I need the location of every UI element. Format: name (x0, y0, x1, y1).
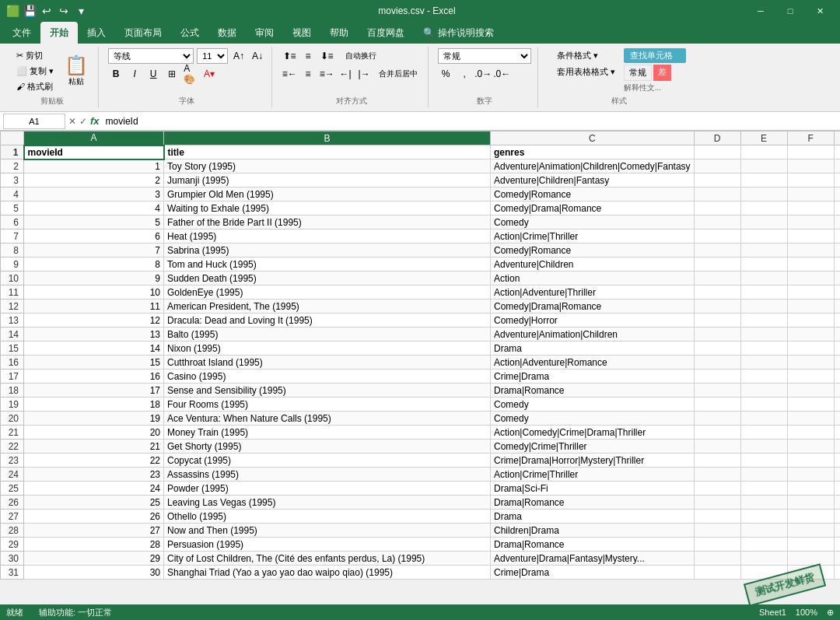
cut-button[interactable]: ✂ 剪切 (12, 48, 58, 63)
fill-color-button[interactable]: A🎨 (183, 66, 198, 82)
cell-e[interactable] (740, 510, 787, 524)
cell-d[interactable] (694, 328, 740, 342)
cell-g[interactable] (834, 215, 840, 229)
cell-f[interactable] (787, 566, 834, 580)
cell-e[interactable] (740, 187, 787, 201)
cell-g[interactable] (834, 538, 840, 552)
cell-d[interactable] (694, 229, 740, 243)
cell-id[interactable]: 30 (24, 566, 164, 580)
cell-e[interactable] (740, 229, 787, 243)
formula-confirm-icon[interactable]: ✓ (79, 116, 87, 127)
cell-genres[interactable]: Drama (491, 580, 695, 580)
cell-g[interactable] (834, 412, 840, 426)
decrease-font-button[interactable]: A↓ (250, 48, 265, 64)
cell-d1[interactable] (694, 145, 740, 159)
cell-g[interactable] (834, 510, 840, 524)
tab-insert[interactable]: 插入 (78, 22, 115, 44)
cell-g[interactable] (834, 370, 840, 384)
tab-file[interactable]: 文件 (3, 22, 40, 44)
cell-d[interactable] (694, 510, 740, 524)
column-header-b[interactable]: B (164, 131, 491, 145)
cell-e[interactable] (740, 412, 787, 426)
number-format-select[interactable]: 常规 (438, 48, 531, 64)
cell-e[interactable] (740, 299, 787, 314)
cell-d[interactable] (694, 201, 740, 215)
cell-id[interactable]: 22 (24, 454, 164, 468)
font-size-select[interactable]: 11 (197, 48, 228, 64)
cell-title[interactable]: American President, The (1995) (164, 299, 491, 314)
bold-button[interactable]: B (108, 66, 124, 82)
cell-d[interactable] (694, 412, 740, 426)
cell-style-highlight[interactable]: 查找单元格 (624, 48, 686, 63)
cell-f[interactable] (787, 187, 834, 201)
cell-genres[interactable]: Adventure|Animation|Children (491, 328, 695, 342)
cell-e[interactable] (740, 538, 787, 552)
cell-id[interactable]: 27 (24, 524, 164, 538)
copy-button[interactable]: ⬜ 复制 ▾ (12, 64, 58, 79)
cell-f[interactable] (787, 538, 834, 552)
cell-e[interactable] (740, 243, 787, 257)
dec-dec-button[interactable]: .0← (494, 66, 509, 82)
cell-genres[interactable]: Comedy (491, 412, 695, 426)
cell-id[interactable]: 26 (24, 510, 164, 524)
cell-f1[interactable] (787, 145, 834, 159)
cell-title[interactable]: Father of the Bride Part II (1995) (164, 215, 491, 229)
cell-e[interactable] (740, 580, 787, 580)
cell-e[interactable] (740, 496, 787, 510)
cell-f[interactable] (787, 482, 834, 496)
cell-f[interactable] (787, 370, 834, 384)
cell-title[interactable]: Money Train (1995) (164, 426, 491, 440)
align-middle-button[interactable]: ≡ (300, 48, 316, 64)
tab-baidu[interactable]: 百度网盘 (358, 22, 414, 44)
cell-title[interactable]: Leaving Las Vegas (1995) (164, 496, 491, 510)
cell-g1[interactable] (834, 145, 840, 159)
cell-title[interactable]: City of Lost Children, The (Cité des enf… (164, 552, 491, 566)
cell-d[interactable] (694, 159, 740, 173)
cell-d[interactable] (694, 538, 740, 552)
cell-title[interactable]: Shanghai Triad (Yao a yao yao dao waipo … (164, 566, 491, 580)
cell-id[interactable]: 21 (24, 440, 164, 454)
cell-d[interactable] (694, 285, 740, 299)
cell-title[interactable]: Dangerous Minds (1995) (164, 580, 491, 580)
cell-d[interactable] (694, 299, 740, 314)
cell-genres[interactable]: Crime|Drama (491, 566, 695, 580)
cell-id[interactable]: 10 (24, 285, 164, 299)
cell-g[interactable] (834, 398, 840, 412)
tab-data[interactable]: 数据 (208, 22, 246, 44)
cell-genres[interactable]: Action|Crime|Thriller (491, 468, 695, 482)
cell-genres[interactable]: Drama|Romance (491, 538, 695, 552)
cell-e[interactable] (740, 215, 787, 229)
cell-f[interactable] (787, 229, 834, 243)
align-center-button[interactable]: ≡ (300, 66, 316, 82)
cell-e[interactable] (740, 552, 787, 566)
align-right-button[interactable]: ≡→ (319, 66, 334, 82)
cell-title[interactable]: Copycat (1995) (164, 454, 491, 468)
cell-e[interactable] (740, 370, 787, 384)
cell-d[interactable] (694, 243, 740, 257)
cell-title[interactable]: Sense and Sensibility (1995) (164, 384, 491, 398)
tab-page-layout[interactable]: 页面布局 (115, 22, 171, 44)
cell-d[interactable] (694, 398, 740, 412)
cell-g[interactable] (834, 285, 840, 299)
cell-f[interactable] (787, 243, 834, 257)
column-header-c[interactable]: C (491, 131, 695, 145)
cell-genres[interactable]: Comedy|Crime|Thriller (491, 440, 695, 454)
cell-g[interactable] (834, 552, 840, 566)
font-family-select[interactable]: 等线 (108, 48, 194, 64)
cell-d[interactable] (694, 356, 740, 370)
cell-id[interactable]: 29 (24, 552, 164, 566)
cell-title[interactable]: Dracula: Dead and Loving It (1995) (164, 314, 491, 328)
cell-d[interactable] (694, 370, 740, 384)
align-top-button[interactable]: ⬆≡ (282, 48, 297, 64)
cell-id[interactable]: 20 (24, 426, 164, 440)
cell-f[interactable] (787, 257, 834, 271)
cell-g[interactable] (834, 524, 840, 538)
cell-id[interactable]: 16 (24, 370, 164, 384)
cell-title[interactable]: Tom and Huck (1995) (164, 257, 491, 271)
cell-d[interactable] (694, 271, 740, 285)
column-header-g[interactable]: G (834, 131, 840, 145)
format-painter-button[interactable]: 🖌 格式刷 (12, 79, 58, 94)
cell-f[interactable] (787, 314, 834, 328)
cell-d[interactable] (694, 524, 740, 538)
cell-f[interactable] (787, 356, 834, 370)
